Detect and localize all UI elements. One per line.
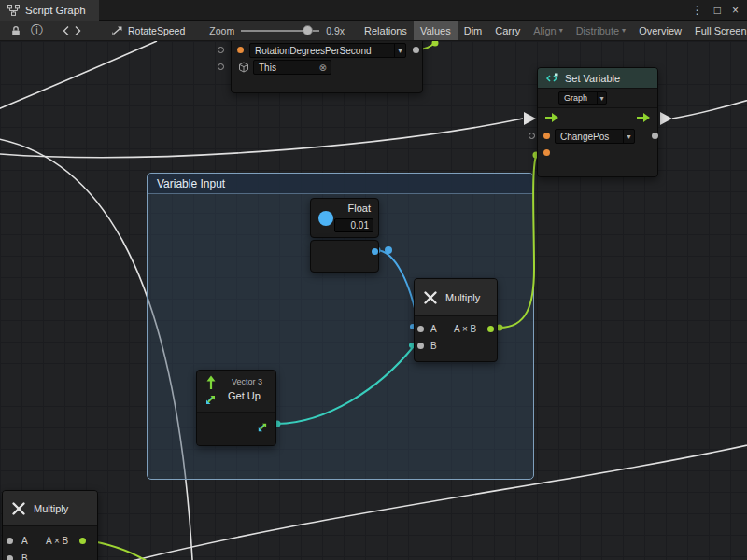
graph-asset-icon xyxy=(111,25,123,36)
input-port-b-dot[interactable] xyxy=(417,343,424,349)
script-graph-icon xyxy=(7,5,20,16)
multiply-header[interactable]: Multiply xyxy=(3,491,97,526)
caret-down-icon: ▾ xyxy=(622,21,626,41)
node-title: Multiply xyxy=(34,503,68,514)
info-icon: ⓘ xyxy=(31,22,43,39)
output-vector-icon[interactable] xyxy=(256,422,268,433)
dim-button[interactable]: Dim xyxy=(458,21,489,41)
input-port-b-dot[interactable] xyxy=(7,555,13,560)
set-variable-header[interactable]: Set Variable xyxy=(538,68,657,89)
multiply-node-bottom[interactable]: Multiply A A × B B xyxy=(2,490,98,560)
flow-arrow-out-icon[interactable] xyxy=(660,112,672,125)
port-out-label: A × B xyxy=(454,324,476,334)
variable-port-dot[interactable] xyxy=(237,47,244,53)
zoom-label: Zoom xyxy=(209,25,234,36)
variable-port-dot[interactable] xyxy=(543,133,550,139)
flow-arrow-in-icon[interactable] xyxy=(524,112,536,125)
distribute-button[interactable]: Distribute▾ xyxy=(570,21,632,41)
values-button[interactable]: Values xyxy=(414,21,458,41)
wire-endpoint-dot xyxy=(432,41,439,47)
carry-button[interactable]: Carry xyxy=(488,21,527,41)
zoom-control: Zoom 0.9x xyxy=(209,21,345,41)
menu-kebab-icon[interactable]: ⋮ xyxy=(692,0,703,21)
up-arrow-icon xyxy=(205,375,217,391)
float-node[interactable]: Float 0.01 xyxy=(310,198,379,238)
align-button[interactable]: Align▾ xyxy=(527,21,569,41)
close-icon[interactable]: × xyxy=(732,0,739,21)
variable-select-dropdown[interactable]: ChangePos ▾ xyxy=(555,129,635,144)
output-port-dot[interactable] xyxy=(79,538,86,544)
wire-flow-out-of-set-variable[interactable] xyxy=(672,97,747,119)
overview-button[interactable]: Overview xyxy=(632,21,688,41)
multiply-icon xyxy=(422,289,439,306)
node-title: Float xyxy=(348,203,371,214)
float-value-field[interactable]: 0.01 xyxy=(334,218,374,232)
graph-asset-name: RotateSpeed xyxy=(128,25,185,36)
set-variable-node[interactable]: Set Variable Graph ▾ ChangePos ▾ xyxy=(537,67,658,177)
fullscreen-button[interactable]: Full Screen xyxy=(688,21,747,41)
multiply-icon xyxy=(10,500,27,517)
input-port-a-dot[interactable] xyxy=(7,538,13,544)
variable-name: RotationDegreesPerSecond xyxy=(250,46,394,56)
code-icon xyxy=(62,25,82,36)
variable-name: ChangePos xyxy=(556,132,623,142)
float-node-body[interactable] xyxy=(310,240,379,273)
port-a-label: A xyxy=(21,536,28,546)
target-label: This xyxy=(254,63,316,73)
input-port[interactable] xyxy=(218,63,224,70)
port-b-label: B xyxy=(430,341,437,351)
wire-flow-into-set-variable[interactable] xyxy=(0,119,523,158)
node-title: Set Variable xyxy=(565,73,620,84)
input-port[interactable] xyxy=(218,47,224,53)
graph-asset[interactable]: RotateSpeed xyxy=(111,25,185,36)
window-controls: ⋮ □ × xyxy=(692,0,747,21)
port-a-label: A xyxy=(430,324,437,334)
graph-canvas[interactable]: Variable Input RotationDegreesPerSecond xyxy=(0,41,747,560)
lock-button[interactable] xyxy=(6,21,26,41)
port-b-label: B xyxy=(21,553,28,560)
maximize-icon[interactable]: □ xyxy=(714,0,721,21)
relations-button[interactable]: Relations xyxy=(358,21,414,41)
group-title: Variable Input xyxy=(157,177,225,190)
flow-in-arrow-icon[interactable] xyxy=(544,112,559,123)
variable-kind: Graph xyxy=(559,93,597,103)
output-port-dot[interactable] xyxy=(372,248,378,255)
variable-name-dropdown[interactable]: RotationDegreesPerSecond ▾ xyxy=(249,43,406,58)
window-titlebar: Script Graph ⋮ □ × xyxy=(0,0,747,21)
circled-cross-icon[interactable]: ⊗ xyxy=(316,63,331,73)
caret-down-icon: ▾ xyxy=(623,130,634,144)
tab-script-graph[interactable]: Script Graph xyxy=(0,0,99,21)
wire-white-top-left[interactable] xyxy=(0,41,157,113)
multiply-node[interactable]: Multiply A A × B B xyxy=(414,278,498,362)
zoom-slider[interactable] xyxy=(241,21,319,41)
output-port-dot[interactable] xyxy=(413,47,419,53)
node-category: Vector 3 xyxy=(232,377,262,386)
output-port-dot[interactable] xyxy=(652,133,658,139)
caret-down-icon: ▾ xyxy=(597,92,606,105)
variable-kind-dropdown[interactable]: Graph ▾ xyxy=(558,91,607,105)
input-port[interactable] xyxy=(529,133,535,139)
get-up-node[interactable]: Vector 3 Get Up xyxy=(196,370,276,446)
cube-icon xyxy=(238,62,249,73)
zoom-slider-handle[interactable] xyxy=(303,25,313,35)
get-variable-node[interactable]: RotationDegreesPerSecond ▾ This ⊗ xyxy=(231,41,423,93)
caret-down-icon: ▾ xyxy=(559,21,563,41)
node-title: Multiply xyxy=(445,292,480,303)
lock-icon xyxy=(10,25,21,36)
caret-down-icon: ▾ xyxy=(394,44,405,58)
multiply-header[interactable]: Multiply xyxy=(415,279,497,316)
flow-out-arrow-icon[interactable] xyxy=(636,112,651,123)
node-title: Get Up xyxy=(228,390,261,401)
target-field[interactable]: This ⊗ xyxy=(253,60,331,75)
input-port-a-dot[interactable] xyxy=(417,326,424,332)
set-variable-icon xyxy=(545,73,558,84)
output-port-dot[interactable] xyxy=(487,326,494,332)
info-button[interactable]: ⓘ xyxy=(26,21,48,41)
edit-graph-button[interactable] xyxy=(57,21,87,41)
zoom-value: 0.9x xyxy=(326,25,345,36)
value-port-dot[interactable] xyxy=(543,149,550,156)
port-out-label: A × B xyxy=(46,536,68,546)
toolbar-buttons: Relations Values Dim Carry Align▾ Distri… xyxy=(358,21,747,41)
float-icon xyxy=(318,211,333,226)
group-header[interactable]: Variable Input xyxy=(148,174,533,194)
